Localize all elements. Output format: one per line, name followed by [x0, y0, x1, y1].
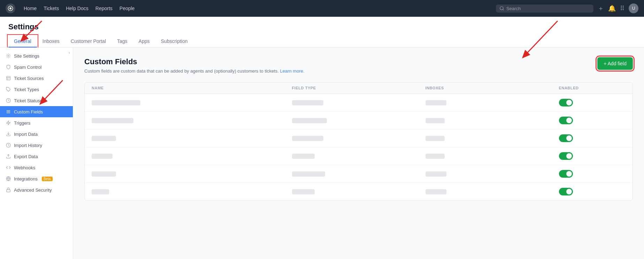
sidebar-item-spam-control[interactable]: Spam Control — [0, 61, 73, 73]
tab-general[interactable]: General — [8, 36, 37, 47]
sidebar-label-import-history: Import History — [14, 143, 42, 148]
sidebar-item-export-data[interactable]: Export Data — [0, 151, 73, 162]
custom-fields-icon — [6, 109, 11, 114]
beta-badge: Beta — [42, 177, 53, 181]
col-enabled: ENABLED — [559, 86, 626, 90]
sidebar-item-ticket-sources[interactable]: Ticket Sources — [0, 73, 73, 84]
tab-apps[interactable]: Apps — [133, 36, 155, 47]
main-content: Custom Fields Custom fields are custom d… — [73, 47, 644, 259]
settings-header: Settings General Inboxes Customer Portal… — [0, 17, 644, 47]
sidebar-item-ticket-statuses[interactable]: Ticket Statuses — [0, 95, 73, 106]
sidebar-item-triggers[interactable]: Triggers — [0, 117, 73, 128]
sidebar-item-ticket-types[interactable]: Ticket Types — [0, 84, 73, 95]
row-field-type — [292, 153, 426, 159]
svg-rect-19 — [7, 190, 10, 192]
sidebar-label-webhooks: Webhooks — [14, 165, 35, 170]
svg-point-1 — [9, 7, 12, 9]
nav-home[interactable]: Home — [24, 6, 37, 11]
row-inboxes — [426, 135, 559, 141]
row-inboxes — [426, 99, 559, 106]
export-data-icon — [6, 154, 11, 159]
import-history-icon — [6, 142, 11, 148]
sidebar-item-import-history[interactable]: Import History — [0, 140, 73, 151]
content-header: Custom Fields Custom fields are custom d… — [84, 57, 633, 74]
row-name — [92, 153, 292, 159]
sidebar-item-import-data[interactable]: Import Data — [0, 128, 73, 140]
add-icon[interactable]: ＋ — [598, 4, 604, 13]
sidebar-label-triggers: Triggers — [14, 120, 30, 126]
settings-tabs: General Inboxes Customer Portal Tags App… — [8, 36, 636, 47]
learn-more-link[interactable]: Learn more. — [280, 68, 304, 74]
webhooks-icon — [6, 165, 11, 170]
tab-subscription[interactable]: Subscription — [155, 36, 193, 47]
svg-point-4 — [8, 55, 9, 57]
tab-customer-portal[interactable]: Customer Portal — [65, 36, 112, 47]
row-name — [92, 188, 292, 195]
row-enabled — [559, 99, 626, 106]
search-bar[interactable] — [496, 5, 593, 13]
row-inboxes — [426, 153, 559, 159]
page-title: Custom Fields — [84, 57, 305, 66]
sidebar-item-custom-fields[interactable]: Custom Fields — [0, 106, 73, 117]
sidebar-label-import-data: Import Data — [14, 132, 38, 137]
app-logo[interactable] — [6, 3, 15, 13]
row-enabled — [559, 152, 626, 160]
search-input[interactable] — [506, 6, 590, 11]
triggers-icon — [6, 120, 11, 126]
top-navigation: Home Tickets Help Docs Reports People ＋ … — [0, 0, 644, 17]
search-icon — [499, 6, 504, 11]
row-field-type — [292, 171, 426, 177]
row-name — [92, 117, 292, 124]
site-settings-icon — [6, 53, 11, 59]
sidebar-label-custom-fields: Custom Fields — [14, 109, 43, 114]
grid-icon[interactable]: ⠿ — [620, 5, 624, 12]
custom-fields-table: NAME FIELD TYPE INBOXES ENABLED — [84, 82, 633, 201]
row-name — [92, 135, 292, 141]
tab-tags[interactable]: Tags — [112, 36, 133, 47]
user-avatar[interactable]: U — [629, 3, 638, 13]
svg-rect-5 — [7, 76, 10, 80]
page-description: Custom fields are custom data that can b… — [84, 68, 305, 74]
main-layout: ‹ Site Settings Spam Control Ticket Sour… — [0, 47, 644, 259]
sidebar-collapse-button[interactable]: ‹ — [69, 50, 70, 55]
row-enabled — [559, 170, 626, 178]
table-row — [85, 130, 632, 147]
topnav-right: ＋ 🔔 ⠿ U — [496, 3, 638, 13]
toggle-enabled[interactable] — [559, 99, 573, 106]
sidebar-item-integrations[interactable]: Integrations Beta — [0, 173, 73, 184]
table-row — [85, 183, 632, 200]
spam-control-icon — [6, 64, 11, 70]
sidebar-label-integrations: Integrations — [14, 176, 38, 182]
tab-inboxes[interactable]: Inboxes — [37, 36, 65, 47]
row-inboxes — [426, 171, 559, 177]
sidebar-label-ticket-sources: Ticket Sources — [14, 76, 44, 81]
nav-people[interactable]: People — [120, 6, 135, 11]
col-name: NAME — [92, 86, 292, 90]
nav-tickets[interactable]: Tickets — [44, 6, 59, 11]
settings-title: Settings — [8, 22, 636, 31]
row-field-type — [292, 188, 426, 195]
sidebar-item-site-settings[interactable]: Site Settings — [0, 50, 73, 61]
ticket-statuses-icon — [6, 98, 11, 103]
notifications-icon[interactable]: 🔔 — [608, 5, 616, 12]
sidebar-label-site-settings: Site Settings — [14, 53, 39, 59]
toggle-enabled[interactable] — [559, 152, 573, 160]
row-enabled — [559, 188, 626, 195]
table-row — [85, 94, 632, 112]
toggle-enabled[interactable] — [559, 117, 573, 124]
row-field-type — [292, 135, 426, 141]
sidebar-label-export-data: Export Data — [14, 154, 38, 159]
toggle-enabled[interactable] — [559, 188, 573, 195]
integrations-icon — [6, 176, 11, 182]
ticket-sources-icon — [6, 75, 11, 81]
toggle-enabled[interactable] — [559, 134, 573, 142]
sidebar-item-webhooks[interactable]: Webhooks — [0, 162, 73, 173]
toggle-enabled[interactable] — [559, 170, 573, 178]
col-field-type: FIELD TYPE — [292, 86, 426, 90]
content-header-text: Custom Fields Custom fields are custom d… — [84, 57, 305, 74]
add-field-button[interactable]: + Add field — [597, 57, 633, 70]
sidebar-item-advanced-security[interactable]: Advanced Security — [0, 184, 73, 195]
ticket-types-icon — [6, 87, 11, 92]
nav-help-docs[interactable]: Help Docs — [66, 6, 89, 11]
nav-reports[interactable]: Reports — [95, 6, 113, 11]
